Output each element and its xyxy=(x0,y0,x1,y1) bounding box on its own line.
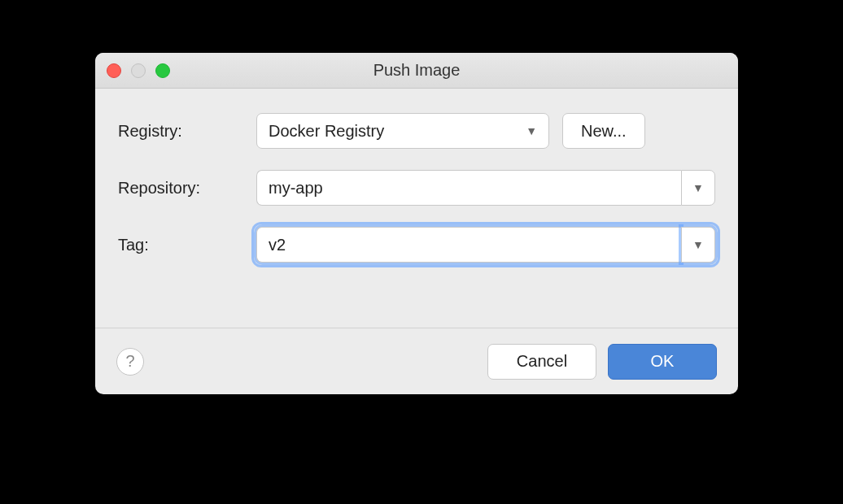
repository-dropdown-button[interactable]: ▼ xyxy=(681,170,715,206)
cancel-label: Cancel xyxy=(517,352,567,371)
registry-select[interactable]: Docker Registry ▼ xyxy=(256,113,549,149)
new-registry-button[interactable]: New... xyxy=(562,113,645,149)
repository-input[interactable] xyxy=(256,170,681,206)
window-title: Push Image xyxy=(373,61,461,80)
chevron-down-icon: ▼ xyxy=(692,181,704,194)
zoom-icon[interactable] xyxy=(155,63,170,78)
repository-combo: ▼ xyxy=(256,170,715,206)
ok-label: OK xyxy=(651,352,675,371)
chevron-down-icon: ▼ xyxy=(526,124,537,137)
tag-combo: ▼ xyxy=(256,227,715,263)
tag-dropdown-button[interactable]: ▼ xyxy=(681,227,715,263)
registry-label: Registry: xyxy=(118,122,256,141)
registry-row: Docker Registry ▼ New... xyxy=(256,113,715,149)
registry-value: Docker Registry xyxy=(269,122,384,141)
new-registry-label: New... xyxy=(581,122,627,141)
tag-input[interactable] xyxy=(256,227,681,263)
repository-label: Repository: xyxy=(118,179,256,198)
titlebar: Push Image xyxy=(95,53,738,89)
close-icon[interactable] xyxy=(107,63,121,78)
cancel-button[interactable]: Cancel xyxy=(487,344,596,380)
tag-label: Tag: xyxy=(118,236,256,254)
help-icon: ? xyxy=(125,352,134,371)
help-button[interactable]: ? xyxy=(116,348,144,376)
minimize-icon xyxy=(131,63,146,78)
chevron-down-icon: ▼ xyxy=(692,238,704,251)
dialog-footer: ? Cancel OK xyxy=(95,328,738,394)
push-image-dialog: Push Image Registry: Docker Registry ▼ N… xyxy=(95,53,738,394)
form-content: Registry: Docker Registry ▼ New... Repos… xyxy=(95,89,738,285)
ok-button[interactable]: OK xyxy=(608,344,717,380)
window-controls xyxy=(107,63,170,78)
